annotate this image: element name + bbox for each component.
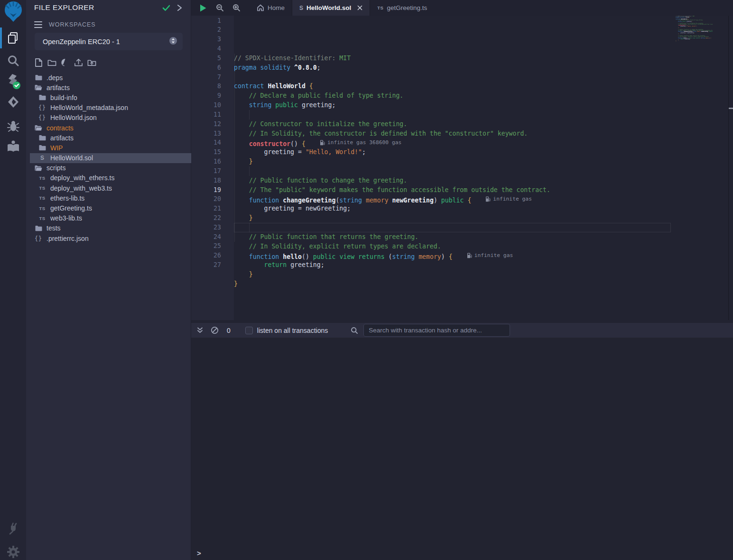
line-number: 25	[191, 241, 234, 251]
tree-item-artifacts[interactable]: artifacts	[26, 133, 191, 143]
tree-item-tests[interactable]: tests	[26, 223, 191, 233]
tab-getgreeting-ts[interactable]: TSgetGreeting.ts	[370, 0, 434, 16]
learneth-icon[interactable]	[0, 138, 26, 155]
tab-helloworld-sol[interactable]: SHelloWorld.sol	[292, 0, 370, 16]
line-number: 26	[191, 251, 234, 260]
tab-home[interactable]: Home	[250, 0, 292, 16]
line-number: 20	[191, 194, 234, 204]
line-number: 13	[191, 129, 234, 138]
upload-folder-icon[interactable]	[87, 58, 96, 67]
clone-github-icon[interactable]	[61, 58, 70, 67]
code-line-18[interactable]: }	[234, 213, 671, 223]
new-file-icon[interactable]	[34, 58, 43, 67]
code-line-7[interactable]	[234, 110, 671, 119]
code-line-11[interactable]: greeting = "Hello, World!";	[234, 147, 671, 157]
tree-item-getgreeting-ts[interactable]: TSgetGreeting.ts	[26, 203, 191, 213]
line-number: 1	[191, 16, 234, 26]
code-area[interactable]: 1234567891011121314151617181920212223242…	[191, 16, 733, 323]
code-line-17[interactable]: greeting = newGreeting;	[234, 204, 671, 213]
tree-item-helloworld-sol[interactable]: SHelloWorld.sol	[26, 153, 191, 163]
zoom-in-icon[interactable]	[232, 4, 241, 12]
code-line-25[interactable]: }	[234, 279, 671, 289]
home-icon	[257, 4, 264, 11]
code-line-1[interactable]: // SPDX-License-Identifier: MIT	[234, 54, 671, 63]
tree-item-label: .prettierrc.json	[46, 235, 89, 242]
terminal-prompt: >	[197, 549, 201, 557]
tree-item--deps[interactable]: .deps	[26, 73, 191, 83]
code-line-26[interactable]	[234, 289, 671, 298]
remix-logo-icon[interactable]	[0, 0, 26, 22]
code-line-2[interactable]: pragma solidity ^0.8.0;	[234, 63, 671, 73]
code-line-8[interactable]: // Constructor to initialize the greetin…	[234, 119, 671, 129]
code-content[interactable]: // SPDX-License-Identifier: MITpragma so…	[234, 16, 671, 320]
panel-check-icon[interactable]	[162, 4, 171, 14]
code-line-20[interactable]: // Public function that returns the gree…	[234, 232, 671, 242]
line-number: 6	[191, 63, 234, 73]
line-number: 16	[191, 157, 234, 166]
code-line-22[interactable]: function hello() public view returns (st…	[234, 251, 671, 260]
tree-item--prettierrc-json[interactable]: {}.prettierrc.json	[26, 233, 191, 243]
search-icon[interactable]	[0, 53, 26, 68]
deploy-and-run-icon[interactable]	[0, 94, 26, 110]
code-line-12[interactable]: }	[234, 157, 671, 166]
clear-console-icon[interactable]	[211, 326, 219, 334]
terminal-search-icon	[351, 327, 358, 334]
tree-item-wip[interactable]: WIP	[26, 143, 191, 153]
ts-icon: TS	[38, 206, 46, 211]
panel-title: FILE EXPLORER	[34, 3, 94, 12]
tree-item-deploy-with-web3-ts[interactable]: TSdeploy_with_web3.ts	[26, 183, 191, 193]
indent-guide	[249, 166, 250, 176]
code-line-5[interactable]: // Declare a public field of type string…	[234, 91, 671, 101]
tree-item-deploy-with-ethers-ts[interactable]: TSdeploy_with_ethers.ts	[26, 173, 191, 183]
code-line-16[interactable]: function changeGreeting(string memory ne…	[234, 194, 671, 204]
solidity-compiler-icon[interactable]	[0, 73, 26, 91]
tab-label: getGreeting.ts	[387, 4, 427, 11]
code-line-23[interactable]: return greeting;	[234, 260, 671, 270]
tree-item-contracts[interactable]: contracts	[26, 123, 191, 133]
expand-terminal-icon[interactable]	[196, 327, 204, 334]
workspaces-menu-icon[interactable]	[34, 20, 42, 29]
settings-gear-icon[interactable]	[0, 544, 26, 560]
code-line-27[interactable]	[234, 298, 671, 308]
code-line-6[interactable]: string public greeting;	[234, 101, 671, 110]
tree-item-artifacts[interactable]: artifacts	[26, 83, 191, 92]
new-folder-icon[interactable]	[47, 58, 56, 67]
run-script-icon[interactable]	[199, 4, 207, 12]
ts-icon: TS	[377, 5, 383, 10]
tree-item-build-info[interactable]: build-info	[26, 92, 191, 102]
tree-item-helloworld-metadata-json[interactable]: {}HelloWorld_metadata.json	[26, 103, 191, 113]
listen-transactions-checkbox[interactable]	[245, 327, 253, 334]
close-tab-icon[interactable]	[357, 5, 362, 10]
tree-item-label: contracts	[46, 124, 74, 132]
workspace-select[interactable]: OpenZeppelin ERC20 - 1	[35, 33, 183, 50]
tree-item-helloworld-json[interactable]: {}HelloWorld.json	[26, 113, 191, 123]
json-icon: {}	[35, 235, 42, 242]
code-line-4[interactable]: contract HelloWorld {	[234, 82, 671, 91]
plugin-manager-icon[interactable]	[0, 520, 26, 536]
line-number: 24	[191, 232, 234, 242]
code-line-3[interactable]	[234, 73, 671, 82]
code-line-19[interactable]	[234, 223, 671, 232]
panel-chevron-right-icon[interactable]	[176, 4, 183, 14]
minimap[interactable]: // SPDX-License-Identifier: MITpragma so…	[676, 16, 713, 45]
ts-icon: TS	[38, 216, 46, 221]
code-line-9[interactable]: // In Solidity, the constructor is defin…	[234, 129, 671, 138]
code-line-15[interactable]: // The "public" keyword makes the functi…	[234, 185, 671, 195]
tree-item-scripts[interactable]: scripts	[26, 163, 191, 173]
code-line-14[interactable]: // Public function to change the greetin…	[234, 176, 671, 185]
zoom-out-icon[interactable]	[215, 4, 224, 12]
debugger-icon[interactable]	[0, 119, 26, 134]
transaction-search-input[interactable]	[363, 324, 510, 337]
code-line-13[interactable]	[234, 166, 671, 176]
file-explorer-icon[interactable]	[0, 29, 26, 46]
code-line-24[interactable]: }	[234, 270, 671, 279]
line-number: 27	[191, 260, 234, 270]
line-number: 9	[191, 91, 234, 101]
tree-item-ethers-lib-ts[interactable]: TSethers-lib.ts	[26, 193, 191, 203]
upload-file-icon[interactable]	[74, 58, 83, 67]
code-line-10[interactable]: constructor() {infinite gas 368600 gas	[234, 138, 671, 147]
terminal-content[interactable]: >	[191, 338, 733, 560]
tree-item-web3-lib-ts[interactable]: TSweb3-lib.ts	[26, 213, 191, 223]
code-line-21[interactable]: // In Solidity, explicit return types ar…	[234, 242, 671, 251]
tree-item-label: ethers-lib.ts	[50, 194, 84, 202]
